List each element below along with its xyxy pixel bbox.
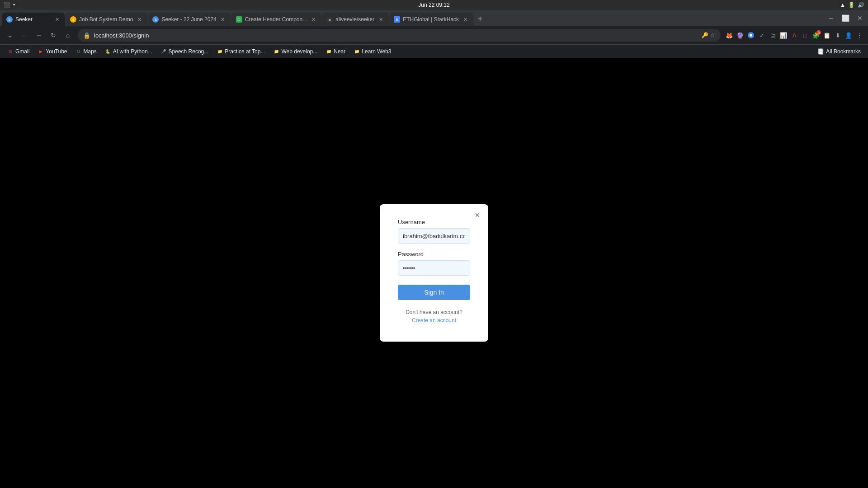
practicetop-favicon: 📁 (217, 48, 223, 55)
minimize-button[interactable]: ─ (825, 12, 837, 24)
tab-seeker[interactable]: S Seeker ✕ (2, 13, 65, 26)
nav-right-icons: 🦊 🔮 ✓ 🗂 📊 A □ 🧩 3 📋 ⬇ 👤 ⋮ (724, 30, 864, 40)
os-dot: • (13, 2, 15, 8)
username-label: Username (398, 219, 470, 225)
bookmark-gmail[interactable]: G Gmail (4, 47, 33, 56)
tab-ethglobal[interactable]: E ETHGlobal | StarkHack ✕ (389, 13, 473, 26)
tab-seeker22[interactable]: S Seeker - 22 June 2024 ✕ (148, 13, 231, 26)
lock-icon: 🔒 (83, 32, 90, 39)
new-tab-button[interactable]: + (474, 13, 486, 25)
address-icons: 🔑 ☆ (702, 32, 715, 38)
ext-icon-2[interactable]: 🔮 (735, 30, 745, 40)
refresh-button[interactable]: ↻ (47, 29, 60, 42)
webdev-favicon: 📁 (273, 48, 279, 55)
username-input[interactable] (398, 228, 470, 244)
tab-favicon-seeker22: S (152, 16, 159, 23)
bookmarks-bar: G Gmail ▶ YouTube M Maps 🐍 AI with Pytho… (0, 44, 868, 58)
tab-title-seeker: Seeker (15, 16, 51, 23)
tab-bar: S Seeker ✕ J Job Bot System Demo ✕ S See… (0, 10, 868, 26)
bookmark-youtube-label: YouTube (46, 48, 67, 55)
ext-icon-1[interactable]: 🦊 (724, 30, 734, 40)
ext-icon-6[interactable]: A (789, 30, 799, 40)
tab-close-ethglobal[interactable]: ✕ (462, 16, 469, 23)
username-group: Username (398, 219, 470, 244)
forward-button[interactable]: → (33, 29, 45, 42)
tab-jobbot[interactable]: J Job Bot System Demo ✕ (66, 13, 147, 26)
bookmark-webdev[interactable]: 📁 Web develop... (269, 47, 321, 56)
bookmark-youtube[interactable]: ▶ YouTube (34, 47, 71, 56)
bookmark-practicetop-label: Practice at Top... (225, 48, 265, 55)
nav-bar: ⌄ ← → ↻ ⌂ 🔒 localhost:3000/signin 🔑 ☆ 🦊 … (0, 26, 868, 44)
bookmark-aipython[interactable]: 🐍 AI with Python... (101, 47, 156, 56)
bookmark-speechrecog[interactable]: 🎤 Speech Recog... (157, 47, 212, 56)
ext-icon-3[interactable]: ✓ (757, 30, 767, 40)
maximize-button[interactable]: ⬜ (839, 12, 852, 24)
signin-button[interactable]: Sign In (398, 285, 470, 300)
bookmark-learnweb3[interactable]: 📁 Learn Web3 (350, 47, 395, 56)
browser-chrome: S Seeker ✕ J Job Bot System Demo ✕ S See… (0, 10, 868, 58)
bookmark-gmail-label: Gmail (15, 48, 29, 55)
tab-close-jobbot[interactable]: ✕ (136, 16, 143, 23)
modal-overlay: ✕ Username Password Sign In Don't have a… (0, 58, 868, 488)
wifi-icon: ▲ (840, 2, 845, 8)
aipython-favicon: 🐍 (105, 48, 111, 55)
tab-title-jobbot: Job Bot System Demo (79, 16, 133, 23)
ext-icon-7[interactable]: □ (800, 30, 810, 40)
tab-aliveevie[interactable]: a aliveevie/seeker ✕ (322, 13, 389, 26)
tab-favicon-create: ⬡ (236, 16, 242, 23)
close-window-button[interactable]: ✕ (854, 12, 866, 24)
ext-icon-download[interactable]: ⬇ (833, 30, 843, 40)
os-time: Jun 22 09:12 (418, 2, 449, 8)
svg-point-1 (750, 34, 752, 37)
nav-down-arrow[interactable]: ⌄ (4, 29, 16, 42)
home-button[interactable]: ⌂ (61, 29, 74, 42)
all-bookmarks-icon: 📑 (817, 48, 824, 55)
bookmark-maps[interactable]: M Maps (72, 47, 100, 56)
back-button[interactable]: ← (18, 29, 31, 42)
ext-profile[interactable]: 👤 (844, 30, 854, 40)
tab-favicon-aliveevie: a (326, 16, 333, 23)
tab-close-aliveevie[interactable]: ✕ (377, 16, 384, 23)
ext-icon-5[interactable]: 📊 (778, 30, 788, 40)
tab-create[interactable]: ⬡ Create Header Compon... ✕ (231, 13, 321, 26)
password-label: Password (398, 251, 470, 258)
all-bookmarks-button[interactable]: 📑 All Bookmarks (814, 47, 864, 56)
star-icon[interactable]: ☆ (710, 32, 715, 38)
password-group: Password (398, 251, 470, 276)
signin-modal: ✕ Username Password Sign In Don't have a… (380, 204, 488, 342)
tab-close-seeker22[interactable]: ✕ (219, 16, 226, 23)
tab-close-seeker[interactable]: ✕ (53, 16, 61, 23)
password-input[interactable] (398, 260, 470, 276)
tab-close-create[interactable]: ✕ (310, 16, 317, 23)
ext-icon-8[interactable]: 🧩 3 (811, 30, 821, 40)
signup-section: Don't have an account? Create an account (398, 309, 470, 324)
tab-title-create: Create Header Compon... (245, 16, 307, 23)
ext-icon-4[interactable]: 🗂 (768, 30, 778, 40)
bookmark-near-label: Near (334, 48, 345, 55)
os-bar: ⬛ • Jun 22 09:12 ▲ 🔋 🔊 (0, 0, 868, 10)
ext-icon-9[interactable]: 📋 (822, 30, 832, 40)
all-bookmarks-label: All Bookmarks (826, 48, 861, 55)
battery-icon: 🔋 (848, 2, 855, 8)
bookmark-near[interactable]: 📁 Near (322, 47, 349, 56)
bookmark-webdev-label: Web develop... (281, 48, 317, 55)
create-account-link[interactable]: Create an account (398, 317, 470, 324)
tab-title-ethglobal: ETHGlobal | StarkHack (403, 16, 459, 23)
modal-close-button[interactable]: ✕ (472, 210, 483, 221)
gmail-favicon: G (7, 48, 14, 55)
no-account-text: Don't have an account? (398, 309, 470, 315)
tab-favicon-jobbot: J (70, 16, 76, 23)
volume-icon: 🔊 (858, 2, 864, 8)
bookmark-practicetop[interactable]: 📁 Practice at Top... (213, 47, 269, 56)
address-bar[interactable]: 🔒 localhost:3000/signin 🔑 ☆ (78, 29, 721, 42)
bookmark-maps-label: Maps (84, 48, 97, 55)
tab-title-seeker22: Seeker - 22 June 2024 (161, 16, 216, 23)
ext-menu[interactable]: ⋮ (854, 30, 864, 40)
ext-icon-chrome[interactable] (746, 30, 756, 40)
bookmark-learnweb3-label: Learn Web3 (362, 48, 391, 55)
maps-favicon: M (75, 48, 82, 55)
main-content: ✕ Username Password Sign In Don't have a… (0, 58, 868, 488)
bookmark-aipython-label: AI with Python... (113, 48, 152, 55)
address-text: localhost:3000/signin (94, 32, 698, 39)
password-manager-icon[interactable]: 🔑 (702, 32, 708, 38)
